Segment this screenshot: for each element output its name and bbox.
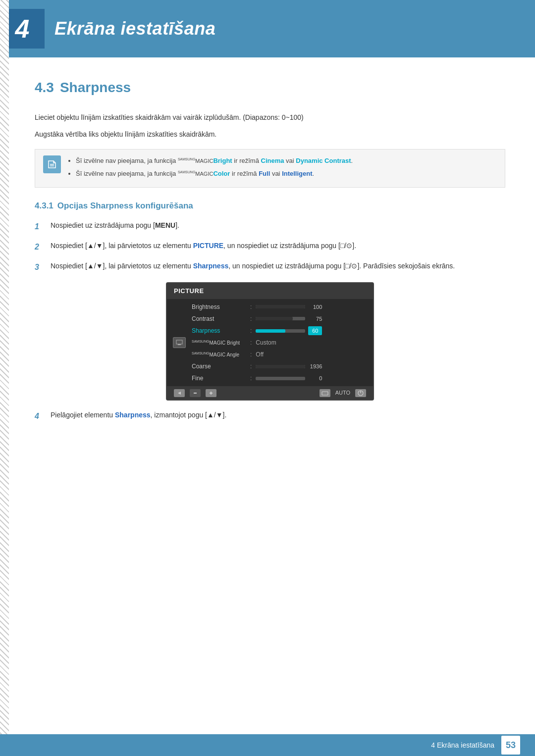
main-content: 4.3Sharpness Lieciet objektu līnijām izs… (0, 77, 535, 469)
step-2: 2 Nospiediet [▲/▼], lai pārvietotos uz e… (35, 240, 505, 253)
row-label-magic-bright: SAMSUNGMAGIC Bright (192, 340, 246, 346)
footer-icon-minus (190, 389, 201, 397)
step-4-text: Pielāgojiet elementu Sharpness, izmantoj… (51, 409, 505, 420)
footer-chapter-text: 4 Ekrāna iestatīšana (431, 740, 494, 751)
chapter-number: 4 (15, 9, 30, 48)
step-1: 1 Nospiediet uz izstrādājuma pogu [MENU]… (35, 220, 505, 233)
description-2: Augstāka vērtība liks objektu līnijām iz… (35, 129, 505, 140)
note-item-1: Šī izvēlne nav pieejama, ja funkcija SAM… (76, 155, 353, 166)
footer-auto-text: AUTO (335, 389, 350, 397)
row-bar-fine: 0 (256, 374, 322, 383)
row-label-magic-angle: SAMSUNGMAGIC Angle (192, 352, 246, 358)
section-title: 4.3Sharpness (35, 77, 505, 98)
monitor-menu-title: PICTURE (167, 283, 373, 299)
footer-icon-power (355, 389, 366, 397)
subsection-number: 4.3.1 (35, 201, 54, 210)
monitor-row-coarse: Coarse : 1936 (167, 360, 373, 372)
svg-marker-4 (178, 392, 181, 395)
page-footer: 4 Ekrāna iestatīšana 53 (0, 734, 535, 756)
row-label-fine: Fine (192, 374, 246, 383)
monitor-footer-right-icons: AUTO (320, 389, 366, 397)
step-3-text: Nospiediet [▲/▼], lai pārvietotos uz ele… (51, 260, 505, 271)
monitor-footer-left-icons (174, 389, 216, 397)
footer-page-number: 53 (501, 736, 520, 755)
monitor-icon-magic (173, 337, 186, 348)
step-3-number: 3 (35, 260, 48, 274)
row-value-magic-angle: Off (256, 350, 264, 359)
row-label-sharpness: Sharpness (192, 326, 246, 335)
note-box: Šī izvēlne nav pieejama, ja funkcija SAM… (35, 149, 505, 188)
row-value-magic-bright: Custom (256, 338, 276, 347)
left-stripe-decoration (0, 0, 9, 756)
monitor-row-sharpness: Sharpness : 60 (167, 325, 373, 337)
subsection-title: 4.3.1Opcijas Sharpness konfigurēšana (35, 200, 505, 212)
monitor-row-fine: Fine : 0 (167, 372, 373, 384)
row-label-coarse: Coarse (192, 362, 246, 371)
step-1-number: 1 (35, 220, 48, 233)
step-4-list: 4 Pielāgojiet elementu Sharpness, izmant… (35, 409, 505, 423)
description-1: Lieciet objektu līnijām izskatīties skai… (35, 112, 505, 123)
monitor-screenshot: PICTURE Brightness : 100 Contrast : 75 (166, 282, 374, 401)
section-heading: Sharpness (60, 80, 131, 95)
svg-rect-8 (322, 392, 328, 395)
steps-list: 1 Nospiediet uz izstrādājuma pogu [MENU]… (35, 220, 505, 273)
monitor-footer: AUTO (167, 386, 373, 400)
chapter-header: 4 Ekrāna iestatīšana (0, 0, 535, 57)
step-2-number: 2 (35, 240, 48, 253)
subsection-heading: Opcijas Sharpness konfigurēšana (57, 201, 193, 210)
step-4-number: 4 (35, 409, 48, 423)
footer-icon-enter (320, 389, 330, 397)
step-2-text: Nospiediet [▲/▼], lai pārvietotos uz ele… (51, 240, 505, 251)
note-item-2: Šī izvēlne nav pieejama, ja funkcija SAM… (76, 168, 353, 179)
monitor-row-magic-angle: SAMSUNGMAGIC Angle : Off (167, 349, 373, 360)
note-icon (43, 155, 61, 173)
row-label-contrast: Contrast (192, 314, 246, 323)
step-1-text: Nospiediet uz izstrādājuma pogu [MENU]. (51, 220, 505, 231)
svg-rect-2 (176, 340, 182, 344)
step-3: 3 Nospiediet [▲/▼], lai pārvietotos uz e… (35, 260, 505, 274)
row-bar-sharpness: 60 (256, 326, 322, 336)
svg-rect-7 (211, 392, 212, 395)
row-label-brightness: Brightness (192, 302, 246, 311)
monitor-menu-rows: Brightness : 100 Contrast : 75 Sharpness (167, 299, 373, 387)
svg-rect-3 (178, 344, 181, 345)
note-content: Šī izvēlne nav pieejama, ja funkcija SAM… (67, 155, 353, 181)
footer-icon-plus (206, 389, 216, 397)
monitor-row-contrast: Contrast : 75 (167, 313, 373, 325)
row-bar-brightness: 100 (256, 303, 322, 311)
monitor-row-brightness: Brightness : 100 (167, 301, 373, 313)
monitor-row-magic-bright: SAMSUNGMAGIC Bright : Custom (167, 337, 373, 349)
step-4: 4 Pielāgojiet elementu Sharpness, izmant… (35, 409, 505, 423)
chapter-title: Ekrāna iestatīšana (54, 15, 215, 42)
row-bar-contrast: 75 (256, 315, 322, 323)
svg-rect-5 (194, 393, 197, 394)
footer-icon-left (174, 389, 185, 397)
row-bar-coarse: 1936 (256, 362, 322, 371)
section-number: 4.3 (35, 80, 54, 95)
